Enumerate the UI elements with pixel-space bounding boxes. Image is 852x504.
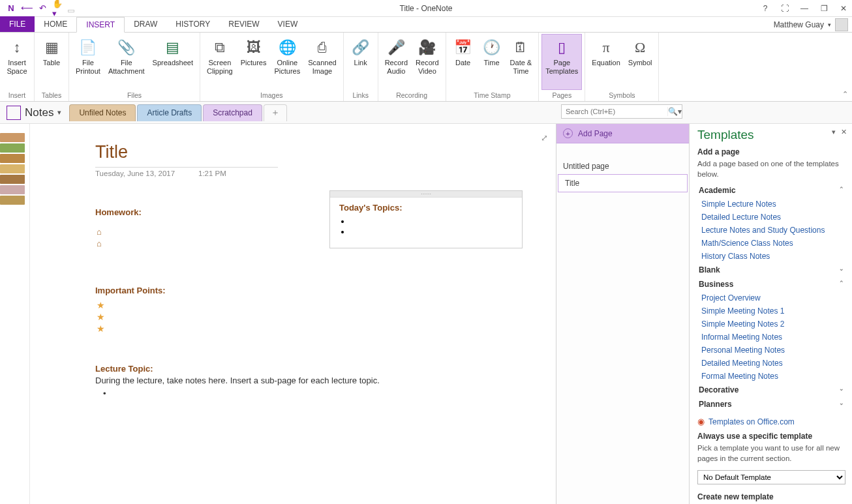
- date-button[interactable]: 📅Date: [449, 34, 478, 90]
- template-link[interactable]: Simple Lecture Notes: [697, 198, 845, 211]
- user-account[interactable]: Matthew Guay ▾: [774, 18, 848, 31]
- search-input[interactable]: [562, 108, 667, 115]
- screen-clipping-icon: ⧉: [210, 38, 230, 57]
- template-link[interactable]: Detailed Lecture Notes: [697, 211, 845, 224]
- tab-home[interactable]: HOME: [35, 16, 76, 32]
- todays-topics-header: Today's Topics:: [339, 203, 513, 213]
- templates-office-link[interactable]: ◉ Templates on Office.com: [697, 417, 845, 426]
- page-item-title[interactable]: Title: [558, 174, 688, 192]
- file-printout-button[interactable]: 📄File Printout: [72, 34, 104, 90]
- page-item-untitled[interactable]: Untitled page: [556, 158, 689, 175]
- undo-icon[interactable]: ↶: [37, 3, 48, 14]
- template-link[interactable]: Formal Meeting Notes: [697, 370, 845, 383]
- template-link[interactable]: Detailed Meeting Notes: [697, 357, 845, 370]
- template-link[interactable]: Personal Meeting Notes: [697, 344, 845, 357]
- lecture-topic-body[interactable]: During the lecture, take notes here. Ins…: [95, 376, 380, 385]
- category-business[interactable]: Business⌃: [697, 277, 845, 291]
- ribbon-tabs: FILE HOME INSERT DRAW HISTORY REVIEW VIE…: [0, 17, 852, 33]
- pictures-button[interactable]: 🖼Pictures: [237, 34, 271, 90]
- page-templates-button[interactable]: ▯Page Templates: [541, 34, 582, 90]
- important-points-header: Important Points:: [95, 286, 166, 295]
- lecture-bullet[interactable]: •: [103, 389, 106, 398]
- star-icon[interactable]: ★: [97, 300, 105, 310]
- record-video-button[interactable]: 🎥Record Video: [412, 34, 442, 90]
- onenote-icon: N: [5, 3, 17, 14]
- screen-clipping-button[interactable]: ⧉Screen Clipping: [203, 34, 237, 90]
- help-icon[interactable]: ?: [759, 3, 771, 14]
- date-icon: 📅: [453, 38, 473, 57]
- section-tab-drafts[interactable]: Article Drafts: [137, 104, 202, 121]
- record-audio-button[interactable]: 🎤Record Audio: [381, 34, 412, 90]
- tab-file[interactable]: FILE: [0, 16, 35, 32]
- page-list: + Add Page Untitled page Title: [556, 124, 689, 504]
- lecture-topic-header: Lecture Topic:: [95, 364, 153, 374]
- template-link[interactable]: Simple Meeting Notes 2: [697, 318, 845, 331]
- online-pictures-button[interactable]: 🌐Online Pictures: [270, 34, 304, 90]
- tab-history[interactable]: HISTORY: [166, 16, 219, 32]
- home-icon[interactable]: ⌂: [97, 239, 102, 248]
- table-button[interactable]: ▦Table: [37, 34, 66, 90]
- close-icon[interactable]: ✕: [838, 3, 849, 14]
- home-icon[interactable]: ⌂: [97, 227, 102, 237]
- pictures-icon: 🖼: [244, 38, 264, 57]
- category-decorative[interactable]: Decorative⌄: [697, 383, 845, 397]
- tab-draw[interactable]: DRAW: [125, 16, 166, 32]
- star-icon[interactable]: ★: [97, 312, 105, 322]
- template-link[interactable]: Math/Science Class Notes: [697, 237, 845, 250]
- expand-icon[interactable]: ⤢: [541, 133, 548, 143]
- notebook-dropdown-icon[interactable]: ▾: [57, 108, 61, 117]
- always-use-header: Always use a specific template: [697, 432, 845, 441]
- category-planners[interactable]: Planners⌄: [697, 397, 845, 411]
- back-icon[interactable]: ⟵: [21, 3, 33, 14]
- minimize-icon[interactable]: —: [799, 3, 810, 14]
- template-link[interactable]: Project Overview: [697, 291, 845, 304]
- section-tab-unfiled[interactable]: Unfiled Notes: [69, 104, 136, 121]
- page-margin-line: [29, 124, 30, 504]
- link-button[interactable]: 🔗Link: [346, 34, 375, 90]
- container-drag-handle[interactable]: ⋯⋯: [330, 191, 522, 198]
- restore-icon[interactable]: ❐: [818, 3, 830, 14]
- spreadsheet-button[interactable]: ▤Spreadsheet: [149, 34, 197, 90]
- time-button[interactable]: 🕐Time: [478, 34, 506, 90]
- paperclip-icon: 📎: [117, 38, 136, 57]
- add-section-button[interactable]: ＋: [264, 104, 287, 121]
- tab-insert[interactable]: INSERT: [76, 17, 125, 33]
- category-blank[interactable]: Blank⌄: [697, 263, 845, 277]
- tab-review[interactable]: REVIEW: [219, 16, 268, 32]
- section-tab-scratchpad[interactable]: Scratchpad: [203, 104, 262, 121]
- tab-view[interactable]: VIEW: [269, 16, 307, 32]
- template-link[interactable]: History Class Notes: [697, 250, 845, 263]
- page-canvas[interactable]: ⤢ Title Tuesday, June 13, 2017 1:21 PM H…: [0, 124, 556, 504]
- default-template-select[interactable]: No Default Template: [697, 470, 845, 484]
- list-item[interactable]: [351, 216, 513, 227]
- symbol-button[interactable]: ΩSymbol: [624, 34, 656, 90]
- plus-icon: +: [563, 128, 573, 138]
- date-time-button[interactable]: 🗓Date & Time: [506, 34, 536, 90]
- pane-close-icon[interactable]: ✕: [841, 128, 847, 136]
- add-page-button[interactable]: + Add Page: [556, 124, 689, 143]
- star-icon[interactable]: ★: [97, 323, 105, 334]
- template-link[interactable]: Lecture Notes and Study Questions: [697, 224, 845, 237]
- file-attachment-button[interactable]: 📎File Attachment: [104, 34, 149, 90]
- equation-button[interactable]: πEquation: [588, 34, 624, 90]
- collapse-ribbon-icon[interactable]: ⌃: [842, 90, 848, 98]
- insert-space-button[interactable]: ↕Insert Space: [3, 34, 31, 90]
- spreadsheet-icon: ▤: [163, 38, 183, 57]
- full-screen-icon[interactable]: ⛶: [779, 3, 791, 14]
- pane-options-icon[interactable]: ▾: [832, 128, 836, 136]
- chevron-up-icon: ⌃: [839, 186, 844, 195]
- user-name: Matthew Guay: [774, 20, 824, 29]
- scanned-image-button[interactable]: ⎙Scanned Image: [304, 34, 340, 90]
- template-link[interactable]: Informal Meeting Notes: [697, 331, 845, 344]
- notebook-icon[interactable]: [7, 106, 21, 120]
- page-title[interactable]: Title: [95, 142, 128, 162]
- chevron-up-icon: ⌃: [839, 280, 844, 289]
- todays-topics-container[interactable]: ⋯⋯ Today's Topics:: [329, 190, 523, 248]
- template-link[interactable]: Simple Meeting Notes 1: [697, 304, 845, 318]
- search-box[interactable]: 🔍▾: [561, 104, 682, 119]
- category-academic[interactable]: Academic⌃: [697, 183, 845, 198]
- touch-mode-icon[interactable]: ✋▾: [52, 3, 64, 14]
- qat-customize-icon[interactable]: [68, 10, 74, 12]
- list-item[interactable]: [351, 227, 513, 237]
- search-icon[interactable]: 🔍▾: [667, 107, 682, 116]
